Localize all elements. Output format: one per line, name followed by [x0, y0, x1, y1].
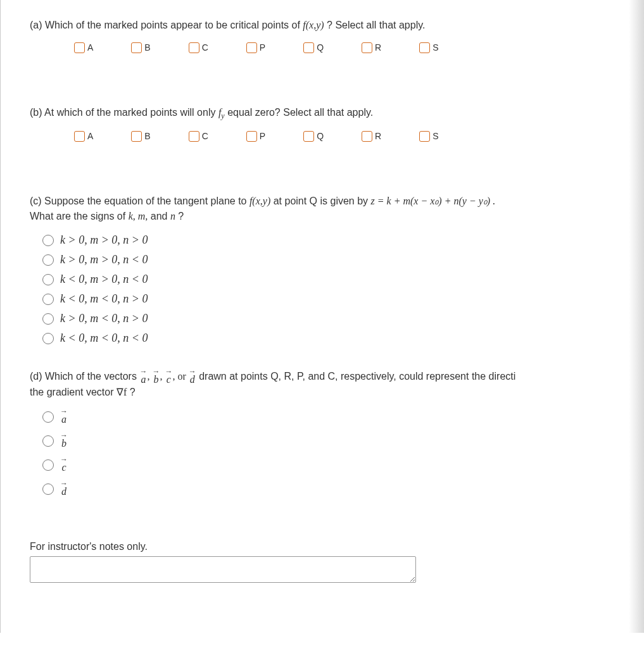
- qb-label: B: [144, 131, 150, 141]
- qd-option-a[interactable]: →a: [42, 409, 644, 425]
- qd-vec-label: →d: [60, 482, 68, 497]
- checkbox-icon: [303, 42, 314, 53]
- qa-label: S: [432, 42, 438, 53]
- qa-label: P: [260, 42, 265, 53]
- checkbox-icon: [419, 42, 430, 53]
- vec-letter: a: [141, 375, 146, 385]
- qc-option-5[interactable]: k > 0, m < 0, n > 0: [42, 312, 644, 325]
- arrow-icon: →: [165, 370, 172, 373]
- qb-label: Q: [317, 131, 324, 141]
- qb-option-A[interactable]: A: [74, 131, 93, 142]
- qb-label: C: [202, 131, 208, 141]
- qc-eqn: z = k + m(x − x₀) + n(y − y₀) .: [371, 196, 496, 206]
- checkbox-icon: [189, 131, 199, 142]
- qa-label: A: [87, 42, 93, 53]
- qb-label: P: [260, 131, 265, 141]
- qd-options: →a →b →c →d: [30, 409, 644, 497]
- vec-b: →b: [152, 370, 160, 385]
- qd-vec-label: →c: [60, 458, 68, 473]
- vec-letter: c: [167, 375, 171, 385]
- vec-c: →c: [165, 370, 172, 385]
- qb-option-S[interactable]: S: [419, 131, 438, 142]
- checkbox-icon: [303, 131, 314, 142]
- arrow-icon: →: [152, 370, 160, 373]
- qd-option-d[interactable]: →d: [42, 482, 644, 497]
- qa-label: R: [375, 42, 381, 53]
- arrow-icon: →: [60, 482, 68, 485]
- qc-option-4[interactable]: k < 0, m < 0, n > 0: [42, 292, 644, 306]
- qa-label: C: [202, 42, 208, 53]
- radio-icon: [42, 483, 54, 495]
- checkbox-icon: [131, 42, 142, 53]
- qa-text-pre: (a) Which of the marked points appear to…: [30, 20, 303, 30]
- qb-option-R[interactable]: R: [362, 131, 381, 142]
- vec-a: →a: [139, 370, 147, 385]
- radio-icon: [42, 274, 54, 285]
- instructor-notes-label: For instructor's notes only.: [30, 541, 644, 552]
- question-c-prompt: (c) Suppose the equation of the tangent …: [30, 194, 644, 225]
- qc-qmark: ?: [178, 211, 184, 221]
- qa-options: A B C P Q R S: [30, 42, 644, 53]
- checkbox-icon: [419, 131, 430, 142]
- qb-label: A: [87, 131, 93, 141]
- checkbox-icon: [362, 131, 372, 142]
- radio-icon: [42, 235, 54, 246]
- qa-label: B: [144, 42, 150, 53]
- radio-icon: [42, 435, 54, 447]
- qb-fy-sub: y: [221, 111, 224, 120]
- qa-func: f(x,y): [303, 20, 324, 30]
- qc-option-1[interactable]: k > 0, m > 0, n > 0: [42, 234, 644, 247]
- qb-text-post: equal zero? Select all that apply.: [227, 107, 373, 118]
- instructor-notes-input[interactable]: [30, 556, 416, 583]
- arrow-icon: →: [189, 370, 196, 373]
- qc-option-2[interactable]: k > 0, m > 0, n < 0: [42, 253, 644, 266]
- qb-option-P[interactable]: P: [246, 131, 265, 142]
- qb-option-B[interactable]: B: [131, 131, 150, 142]
- qd-vec-label: →b: [60, 433, 68, 449]
- qc-option-3[interactable]: k < 0, m > 0, n < 0: [42, 273, 644, 286]
- qc-label: k < 0, m < 0, n > 0: [60, 292, 148, 306]
- qa-option-B[interactable]: B: [131, 42, 150, 53]
- qb-label: S: [432, 131, 438, 141]
- qd-mid: drawn at points Q, R, P, and C, respecti…: [199, 371, 515, 382]
- question-a: (a) Which of the marked points appear to…: [30, 18, 644, 53]
- vec-letter: a: [61, 414, 66, 425]
- instructor-notes-section: For instructor's notes only.: [30, 541, 644, 585]
- qd-option-c[interactable]: →c: [42, 458, 644, 473]
- qa-text-post: ? Select all that apply.: [327, 20, 425, 30]
- qc-line1-pre: (c) Suppose the equation of the tangent …: [30, 196, 249, 206]
- arrow-icon: →: [139, 370, 147, 373]
- qd-option-b[interactable]: →b: [42, 433, 644, 449]
- qd-grad: ∇f: [117, 387, 127, 397]
- qc-line2: What are the signs of: [30, 211, 129, 221]
- radio-icon: [42, 254, 54, 266]
- qb-option-C[interactable]: C: [189, 131, 208, 142]
- qa-option-C[interactable]: C: [189, 42, 208, 53]
- checkbox-icon: [189, 42, 199, 53]
- qc-option-6[interactable]: k < 0, m < 0, n < 0: [42, 332, 644, 345]
- radio-icon: [42, 333, 54, 344]
- qc-options: k > 0, m > 0, n > 0 k > 0, m > 0, n < 0 …: [30, 234, 644, 345]
- qb-option-Q[interactable]: Q: [303, 131, 324, 142]
- qc-km: k, m,: [129, 211, 148, 221]
- qc-label: k < 0, m > 0, n < 0: [60, 273, 148, 286]
- qa-option-A[interactable]: A: [74, 42, 93, 53]
- vec-letter: b: [61, 439, 66, 449]
- question-d: (d) Which of the vectors →a, →b, →c, or …: [30, 369, 644, 497]
- qa-option-R[interactable]: R: [362, 42, 381, 53]
- qc-label: k > 0, m < 0, n > 0: [60, 312, 148, 325]
- qa-option-S[interactable]: S: [419, 42, 438, 53]
- arrow-icon: →: [60, 409, 68, 413]
- checkbox-icon: [246, 131, 257, 142]
- qa-option-P[interactable]: P: [246, 42, 265, 53]
- vec-letter: c: [61, 463, 66, 473]
- qc-line1-mid: at point Q is given by: [274, 196, 371, 206]
- question-a-prompt: (a) Which of the marked points appear to…: [30, 18, 644, 34]
- qd-qmark: ?: [130, 387, 136, 397]
- qd-vec-label: →a: [60, 409, 68, 425]
- radio-icon: [42, 294, 54, 305]
- qa-label: Q: [317, 42, 324, 53]
- vec-d: →d: [189, 370, 196, 385]
- vec-letter: b: [153, 375, 158, 385]
- qa-option-Q[interactable]: Q: [303, 42, 324, 53]
